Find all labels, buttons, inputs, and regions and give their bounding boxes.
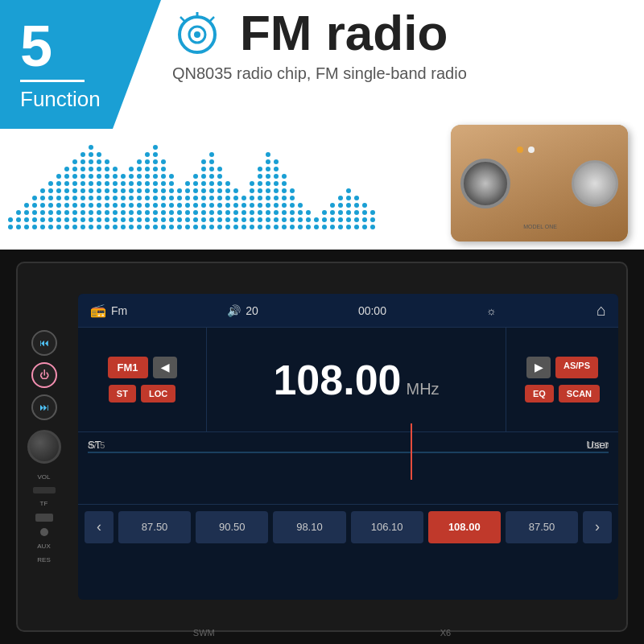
radio-speaker: [460, 159, 510, 208]
preset-1[interactable]: 87.50: [118, 511, 191, 543]
subtitle: QN8035 radio chip, FM single-band radio: [172, 64, 467, 83]
model-label: X6: [440, 628, 451, 638]
preset-row: ‹ 87.50 90.50 98.10 106.10 108.00 87.50 …: [78, 505, 618, 549]
brand-label: SWM: [193, 628, 215, 638]
preset-4[interactable]: 106.10: [351, 511, 423, 543]
title-area: FM radio QN8035 radio chip, FM single-ba…: [169, 8, 636, 83]
radio-controls: [517, 139, 564, 159]
svg-line-4: [209, 17, 214, 22]
radio-icon: [169, 9, 225, 57]
bottom-section: ⏮ ⏻ ⏭ VOL TF AUX RES 📻 Fm 🔊 20: [0, 250, 644, 644]
brightness-control[interactable]: ☼: [486, 304, 497, 317]
brightness-icon: ☼: [486, 304, 497, 317]
scan-button[interactable]: SCAN: [559, 385, 600, 402]
radio-image: MODEL ONE: [451, 125, 628, 242]
fm-prev-button[interactable]: ◀: [153, 357, 177, 378]
time-value: 00:00: [358, 304, 386, 317]
badge-divider: [20, 80, 85, 82]
preset-3[interactable]: 98.10: [273, 511, 345, 543]
radio-model-label: MODEL ONE: [517, 224, 564, 229]
fm1-button[interactable]: FM1: [108, 357, 148, 378]
preset-6[interactable]: 87.50: [506, 511, 578, 543]
fm-control-area: FM1 ◀ ST LOC 108.00 MHz: [78, 328, 618, 432]
frequency-line: [88, 452, 609, 453]
badge-text: Function: [20, 87, 101, 112]
loc-button[interactable]: LOC: [141, 385, 175, 402]
frequency-unit: MHz: [406, 380, 439, 398]
home-button[interactable]: ⌂: [597, 301, 606, 320]
top-section: 5 Function FM radio QN8035 radio chip, F…: [0, 0, 644, 250]
aux-slot: [40, 528, 48, 536]
volume-indicator: 🔊 20: [227, 304, 258, 317]
prev-button[interactable]: ⏮: [31, 330, 57, 356]
eq-button[interactable]: EQ: [525, 385, 554, 402]
main-screen: 📻 Fm 🔊 20 00:00 ☼ ⌂: [78, 294, 618, 600]
st-indicator: ST: [88, 439, 101, 451]
fm-left-controls: FM1 ◀ ST LOC: [78, 328, 207, 431]
frequency-marker: [411, 423, 412, 480]
vol-label: VOL: [37, 473, 50, 481]
volume-icon: 🔊: [227, 304, 241, 317]
screen-header: 📻 Fm 🔊 20 00:00 ☼ ⌂: [78, 294, 618, 328]
tf-slot: [33, 487, 56, 493]
radio-source-icon: 📻: [90, 303, 106, 318]
time-display: 00:00: [358, 304, 386, 317]
function-badge: 5 Function: [0, 0, 161, 129]
aux-label: AUX: [37, 543, 50, 550]
st-button[interactable]: ST: [109, 385, 136, 402]
volume-knob[interactable]: [27, 430, 61, 464]
home-icon: ⌂: [597, 301, 606, 320]
stereo-unit: ⏮ ⏻ ⏭ VOL TF AUX RES 📻 Fm 🔊 20: [16, 262, 628, 632]
svg-line-3: [180, 17, 185, 22]
preset-next-button[interactable]: ›: [583, 511, 612, 543]
left-panel: ⏮ ⏻ ⏭ VOL TF AUX RES: [18, 263, 70, 630]
tf-label: TF: [40, 500, 48, 507]
source-indicator: 📻 Fm: [90, 303, 127, 318]
volume-value: 20: [246, 304, 258, 317]
fm-next-button[interactable]: ▶: [526, 357, 551, 378]
svg-point-5: [194, 31, 200, 38]
usb-slot: [35, 514, 53, 522]
res-label: RES: [37, 556, 50, 564]
preset-prev-button[interactable]: ‹: [85, 511, 114, 543]
frequency-display: 108.00: [273, 359, 401, 401]
next-button[interactable]: ⏭: [31, 394, 57, 420]
radio-dial: [572, 160, 618, 207]
preset-2[interactable]: 90.50: [196, 511, 268, 543]
frequency-bar-section: ST User 87.5 108.0: [78, 432, 618, 505]
fm-center-display: 108.00 MHz: [207, 328, 506, 431]
preset-5[interactable]: 108.00: [428, 511, 501, 543]
badge-number: 5: [20, 17, 52, 75]
fm-right-controls: ▶ AS/PS EQ SCAN: [506, 328, 618, 431]
stereo-bottom-labels: SWM X6: [193, 628, 451, 638]
source-label: Fm: [111, 304, 127, 317]
title-row: FM radio: [169, 8, 448, 58]
user-label: User: [587, 439, 609, 451]
wave-area: [8, 133, 354, 229]
power-button[interactable]: ⏻: [31, 362, 57, 388]
page-title: FM radio: [240, 8, 448, 58]
as-ps-button[interactable]: AS/PS: [555, 357, 598, 378]
